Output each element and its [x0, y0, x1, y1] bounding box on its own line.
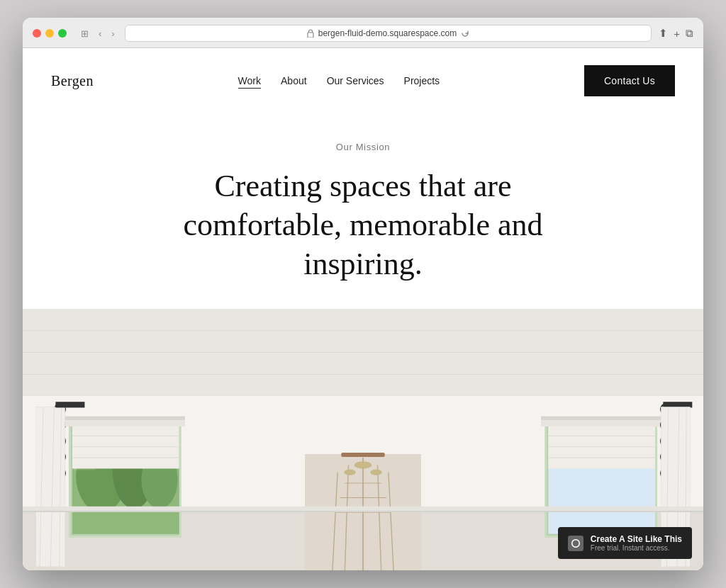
- nav-link-services[interactable]: Our Services: [327, 75, 384, 86]
- traffic-lights: [33, 29, 67, 38]
- svg-point-40: [370, 470, 381, 475]
- squarespace-badge[interactable]: Create A Site Like This Free trial. Inst…: [558, 527, 692, 559]
- site-logo[interactable]: Bergen: [51, 73, 94, 89]
- svg-point-39: [344, 470, 355, 475]
- svg-rect-31: [55, 402, 84, 407]
- hero-section: Our Mission Creating spaces that are com…: [23, 113, 703, 309]
- minimize-button[interactable]: [45, 29, 54, 38]
- back-button[interactable]: ‹: [96, 27, 104, 40]
- squarespace-badge-text: Create A Site Like This Free trial. Inst…: [591, 534, 682, 552]
- svg-rect-66: [23, 511, 703, 512]
- browser-chrome: ⊞ ‹ › bergen-fluid-demo.squarespace.com …: [23, 18, 703, 48]
- address-bar[interactable]: bergen-fluid-demo.squarespace.com: [125, 25, 652, 42]
- contact-us-button[interactable]: Contact Us: [584, 65, 675, 96]
- new-tab-icon[interactable]: +: [674, 28, 680, 40]
- navigation: Bergen Work About Our Services Projects …: [23, 48, 703, 113]
- badge-subtitle: Free trial. Instant access.: [591, 544, 682, 552]
- svg-point-38: [354, 461, 372, 468]
- svg-rect-53: [541, 417, 661, 420]
- share-icon[interactable]: ⬆: [659, 27, 668, 40]
- tabs-icon[interactable]: ⧉: [686, 27, 693, 40]
- website-content: Bergen Work About Our Services Projects …: [23, 48, 703, 570]
- squarespace-logo-icon: [568, 536, 583, 551]
- hero-subtitle: Our Mission: [51, 142, 675, 152]
- badge-title: Create A Site Like This: [591, 534, 682, 544]
- lock-icon: [307, 29, 314, 38]
- reload-icon[interactable]: [461, 29, 469, 38]
- url-text: bergen-fluid-demo.squarespace.com: [318, 28, 457, 38]
- nav-link-projects[interactable]: Projects: [404, 75, 440, 86]
- nav-link-work[interactable]: Work: [238, 75, 261, 86]
- browser-controls: ⊞ ‹ ›: [78, 27, 118, 40]
- nav-links: Work About Our Services Projects: [238, 75, 440, 86]
- nav-link-about[interactable]: About: [281, 75, 307, 86]
- hero-title: Creating spaces that are comfortable, me…: [179, 166, 547, 283]
- forward-button[interactable]: ›: [108, 27, 117, 40]
- browser-actions: ⬆ + ⧉: [659, 27, 693, 40]
- sidebar-toggle-icon[interactable]: ⊞: [78, 27, 91, 40]
- hero-image: Create A Site Like This Free trial. Inst…: [23, 309, 703, 570]
- close-button[interactable]: [33, 29, 41, 38]
- svg-rect-44: [341, 453, 385, 457]
- browser-window: ⊞ ‹ › bergen-fluid-demo.squarespace.com …: [23, 18, 703, 570]
- svg-rect-30: [65, 417, 185, 420]
- svg-rect-0: [308, 33, 313, 38]
- maximize-button[interactable]: [58, 29, 67, 38]
